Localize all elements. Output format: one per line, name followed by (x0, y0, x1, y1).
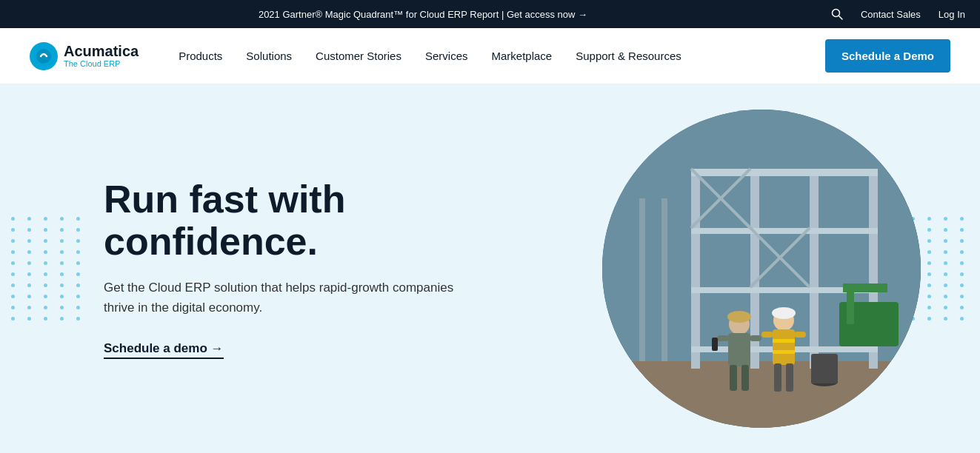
svg-rect-29 (750, 335, 761, 341)
logo-text: Acumatica The Cloud ERP (64, 43, 139, 68)
search-icon[interactable] (831, 8, 843, 20)
svg-rect-24 (730, 315, 749, 319)
svg-rect-25 (728, 333, 750, 366)
nav-support[interactable]: Support & Resources (565, 28, 692, 84)
construction-svg (602, 110, 921, 428)
hero-cta-link[interactable]: Schedule a demo → (104, 341, 224, 359)
hero-subtext: Get the Cloud ERP solution that helps ra… (104, 278, 474, 318)
nav-customer-stories[interactable]: Customer Stories (305, 28, 412, 84)
svg-rect-36 (774, 363, 781, 392)
svg-rect-20 (847, 287, 854, 324)
nav-marketplace[interactable]: Marketplace (481, 28, 562, 84)
svg-rect-26 (730, 365, 737, 391)
logo-tagline: The Cloud ERP (64, 59, 139, 68)
svg-rect-18 (661, 198, 667, 361)
log-in-link[interactable]: Log In (939, 9, 965, 20)
logo-icon (30, 42, 58, 70)
svg-line-1 (839, 16, 842, 20)
svg-rect-9 (691, 169, 878, 176)
svg-rect-5 (691, 169, 700, 369)
hero-heading-line2: confidence. (104, 220, 318, 263)
hero-image (602, 110, 921, 428)
svg-rect-32 (774, 312, 793, 315)
main-nav: Products Solutions Customer Stories Serv… (168, 28, 825, 84)
hero-image-circle (602, 110, 921, 428)
nav-products[interactable]: Products (168, 28, 233, 84)
svg-rect-4 (602, 361, 921, 428)
svg-rect-28 (717, 335, 729, 341)
hero-heading: Run fast with confidence. (104, 178, 474, 263)
svg-rect-35 (773, 350, 795, 354)
hero-heading-line1: Run fast with (104, 178, 345, 221)
logo[interactable]: Acumatica The Cloud ERP (30, 42, 139, 70)
svg-rect-38 (761, 332, 773, 338)
banner-text: 2021 Gartner® Magic Quadrant™ for Cloud … (15, 9, 831, 20)
svg-rect-7 (810, 169, 819, 369)
logo-name: Acumatica (64, 43, 139, 59)
svg-rect-34 (773, 339, 795, 343)
svg-rect-42 (712, 338, 718, 351)
svg-rect-10 (691, 228, 878, 234)
header: Acumatica The Cloud ERP Products Solutio… (0, 28, 980, 84)
hero-content: Run fast with confidence. Get the Cloud … (0, 178, 474, 360)
nav-services[interactable]: Services (415, 28, 479, 84)
svg-rect-41 (811, 354, 838, 383)
hero-section: (function() { const grid = document.curr… (0, 84, 980, 453)
svg-rect-17 (639, 198, 645, 361)
contact-sales-link[interactable]: Contact Sales (861, 9, 921, 20)
banner-actions: Contact Sales Log In (831, 8, 965, 20)
svg-point-2 (36, 49, 51, 64)
svg-rect-37 (786, 363, 793, 392)
top-banner: 2021 Gartner® Magic Quadrant™ for Cloud … (0, 0, 980, 28)
svg-rect-39 (794, 332, 806, 338)
svg-rect-27 (741, 365, 749, 391)
svg-rect-21 (843, 283, 887, 292)
nav-solutions[interactable]: Solutions (236, 28, 302, 84)
banner-link[interactable]: 2021 Gartner® Magic Quadrant™ for Cloud … (259, 9, 587, 20)
svg-rect-33 (773, 329, 795, 365)
schedule-demo-button[interactable]: Schedule a Demo (825, 39, 950, 73)
